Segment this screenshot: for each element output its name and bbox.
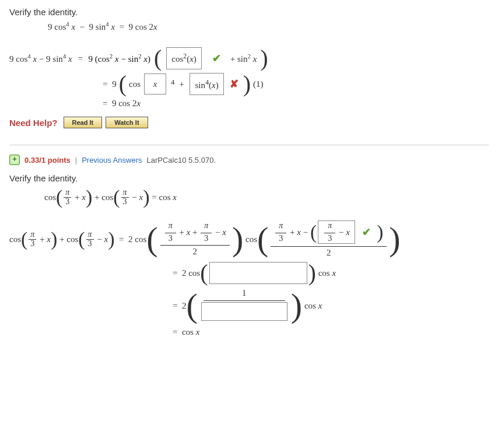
- q1-cos-arg-box[interactable]: x: [144, 74, 166, 94]
- q1-container: Verify the identity. 9 cos4 x − 9 sin4 x…: [9, 7, 489, 128]
- q2-line1: cos( π3 + x) + cos( π3 − x) = 2 cos ( π3…: [9, 220, 489, 258]
- points-label: 0.33/1 points: [24, 156, 71, 164]
- q2-line3: = 2 ( 1 ) cos x: [9, 288, 489, 323]
- q2-input2[interactable]: [209, 262, 307, 284]
- cross-icon: ✘: [230, 78, 239, 90]
- divider: [9, 145, 489, 145]
- frac-arg1: π3 + x + π3 − x 2: [160, 222, 230, 257]
- q1-step1: 9 cos4 x − 9 sin4 x = 9 (cos2 x − sin2 x…: [9, 47, 489, 69]
- q1-input2[interactable]: sin4(x): [190, 73, 223, 95]
- sep: |: [75, 156, 77, 164]
- q2-container: + 0.33/1 points | Previous Answers LarPC…: [9, 155, 489, 341]
- need-help-label: Need Help?: [9, 118, 58, 128]
- check-icon: ✔: [362, 226, 371, 239]
- q2-line4: = cos x: [9, 323, 489, 341]
- q2-input1[interactable]: π3 − x: [318, 220, 355, 244]
- source-label: LarPCalc10 5.5.070.: [146, 156, 216, 164]
- watch-it-button[interactable]: Watch It: [106, 117, 148, 128]
- frac-half: 1: [200, 288, 289, 323]
- read-it-button[interactable]: Read It: [64, 117, 103, 128]
- q1-prompt: Verify the identity.: [9, 7, 489, 17]
- q1-step2: = 9 ( cos x 4 + sin4(x) ✘ ) (1): [9, 73, 489, 95]
- q2-prompt: Verify the identity.: [9, 173, 489, 183]
- q2-header: + 0.33/1 points | Previous Answers LarPC…: [9, 155, 489, 165]
- check-icon: ✔: [212, 52, 221, 65]
- q1-identity: 9 cos4 x − 9 sin4 x = 9 cos 2x: [9, 20, 489, 32]
- q1-input1[interactable]: cos2(x): [166, 47, 202, 69]
- frac-arg2: π3 + x − ( π3 − x ✔ ) 2: [271, 220, 387, 258]
- q1-step3: = 9 cos 2x: [9, 99, 489, 108]
- q2-identity: cos( π3 + x) + cos( π3 − x) = cos x: [9, 188, 489, 206]
- q2-input3[interactable]: [201, 302, 287, 321]
- previous-answers-link[interactable]: Previous Answers: [82, 156, 142, 164]
- need-help-row: Need Help? Read It Watch It: [9, 117, 489, 128]
- q2-line2: = 2 cos ( ) cos x: [9, 258, 489, 288]
- expand-icon[interactable]: +: [9, 155, 20, 165]
